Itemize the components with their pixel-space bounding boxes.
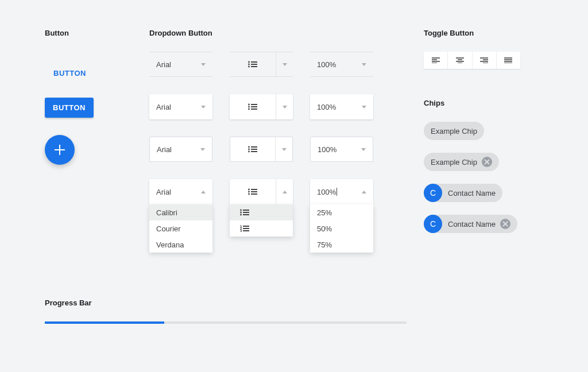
bulleted-list-icon <box>248 103 257 110</box>
bulleted-list-icon <box>248 188 257 195</box>
zoom-dropdown-menu: 25% 50% 75% <box>310 204 373 253</box>
section-heading-progress: Progress Bar <box>45 299 407 307</box>
progress-fill <box>45 321 164 324</box>
chip-avatar: C <box>424 215 442 233</box>
chip-remove-button[interactable] <box>500 219 510 229</box>
list-dropdown-menu: 1 2 3 <box>230 204 293 237</box>
svg-point-28 <box>240 214 242 216</box>
chip-label: Contact Name <box>448 189 496 197</box>
zoom-dropdown-flat[interactable]: 100% <box>310 52 373 77</box>
dropdown-value: Arial <box>156 188 171 196</box>
svg-point-16 <box>248 151 250 153</box>
chevron-up-icon <box>362 191 366 193</box>
font-dropdown-open[interactable]: Arial <box>149 179 212 204</box>
font-dropdown-raised[interactable]: Arial <box>149 94 212 119</box>
text-align-toggle-group <box>424 52 520 69</box>
dropdown-value: 100% <box>318 145 336 154</box>
bulleted-list-icon <box>240 209 249 216</box>
zoom-dropdown-contained[interactable]: 100% <box>310 137 373 162</box>
chevron-down-icon <box>201 106 206 108</box>
zoom-dropdown-open[interactable]: 100% <box>310 179 373 204</box>
list-dropdown-raised[interactable] <box>230 94 293 119</box>
dropdown-option[interactable]: Verdana <box>149 237 212 253</box>
chip-label: Contact Name <box>448 220 496 228</box>
align-center-icon <box>456 57 464 63</box>
dropdown-option[interactable]: 50% <box>310 220 373 237</box>
chevron-down-icon <box>282 148 287 151</box>
font-dropdown-contained[interactable]: Arial <box>149 137 212 162</box>
chip-basic[interactable]: Example Chip <box>424 122 484 140</box>
chevron-down-icon <box>362 106 366 108</box>
chip-label: Example Chip <box>431 158 477 166</box>
dropdown-option-numbered[interactable]: 1 2 3 <box>230 220 293 237</box>
numbered-list-icon: 1 2 3 <box>240 225 249 232</box>
close-icon <box>484 159 490 165</box>
progress-bar <box>45 321 407 324</box>
chevron-up-icon <box>283 191 287 193</box>
chip-avatar: C <box>424 184 442 202</box>
dropdown-value: Arial <box>156 60 171 69</box>
svg-point-24 <box>240 210 242 211</box>
zoom-dropdown-raised[interactable]: 100% <box>310 94 373 119</box>
svg-point-4 <box>248 66 250 68</box>
close-icon <box>502 221 508 227</box>
section-heading-dropdown: Dropdown Button <box>149 29 402 37</box>
align-left-button[interactable] <box>424 52 447 69</box>
align-justify-icon <box>504 57 512 63</box>
list-dropdown-open[interactable] <box>230 179 293 204</box>
dropdown-option-bulleted[interactable] <box>230 204 293 220</box>
list-dropdown-contained[interactable] <box>230 137 293 162</box>
chevron-down-icon <box>361 148 366 151</box>
chevron-down-icon <box>200 148 205 151</box>
chip-remove-button[interactable] <box>482 157 492 167</box>
align-right-icon <box>480 57 488 63</box>
dropdown-option[interactable]: Courier <box>149 220 212 237</box>
chevron-up-icon <box>201 191 206 193</box>
dropdown-option[interactable]: Calibri <box>149 204 212 220</box>
svg-point-20 <box>248 191 250 193</box>
flat-button[interactable]: BUTTON <box>45 63 95 83</box>
font-dropdown-flat[interactable]: Arial <box>149 52 212 77</box>
dropdown-value: 100% <box>317 60 336 69</box>
dropdown-editable-value[interactable]: 100% <box>317 188 337 196</box>
svg-point-10 <box>248 108 250 110</box>
svg-point-8 <box>248 106 250 108</box>
chip-contact-removable[interactable]: C Contact Name <box>424 215 517 233</box>
align-left-icon <box>432 57 440 63</box>
svg-point-12 <box>248 146 250 148</box>
section-heading-chips: Chips <box>424 99 562 107</box>
fab-add-button[interactable] <box>45 135 75 165</box>
chevron-down-icon <box>283 106 287 108</box>
dropdown-value: 100% <box>317 103 336 111</box>
bulleted-list-icon <box>248 61 257 68</box>
svg-text:3: 3 <box>240 229 242 232</box>
bulleted-list-icon <box>248 146 257 153</box>
align-center-button[interactable] <box>447 52 471 69</box>
font-dropdown-menu: Calibri Courier Verdana <box>149 204 212 253</box>
svg-point-26 <box>240 212 242 214</box>
raised-button[interactable]: BUTTON <box>45 98 94 118</box>
dropdown-value: Arial <box>157 145 172 154</box>
chevron-down-icon <box>201 63 206 66</box>
svg-point-18 <box>248 189 250 191</box>
list-dropdown-flat[interactable] <box>230 52 293 77</box>
dropdown-value: Arial <box>156 103 171 111</box>
chip-removable[interactable]: Example Chip <box>424 153 499 171</box>
chip-contact[interactable]: C Contact Name <box>424 184 502 202</box>
text-cursor-icon <box>336 188 337 196</box>
svg-point-14 <box>248 149 250 150</box>
chevron-down-icon <box>283 63 287 66</box>
dropdown-option[interactable]: 25% <box>310 204 373 220</box>
svg-point-6 <box>248 104 250 106</box>
align-right-button[interactable] <box>472 52 496 69</box>
section-heading-toggle: Toggle Button <box>424 29 550 37</box>
svg-point-2 <box>248 64 250 65</box>
align-justify-button[interactable] <box>496 52 520 69</box>
dropdown-option[interactable]: 75% <box>310 237 373 253</box>
chevron-down-icon <box>362 63 366 66</box>
svg-point-0 <box>248 61 250 63</box>
svg-point-22 <box>248 193 250 195</box>
section-heading-button: Button <box>45 29 137 37</box>
plus-icon <box>55 145 65 155</box>
chip-label: Example Chip <box>431 127 477 135</box>
